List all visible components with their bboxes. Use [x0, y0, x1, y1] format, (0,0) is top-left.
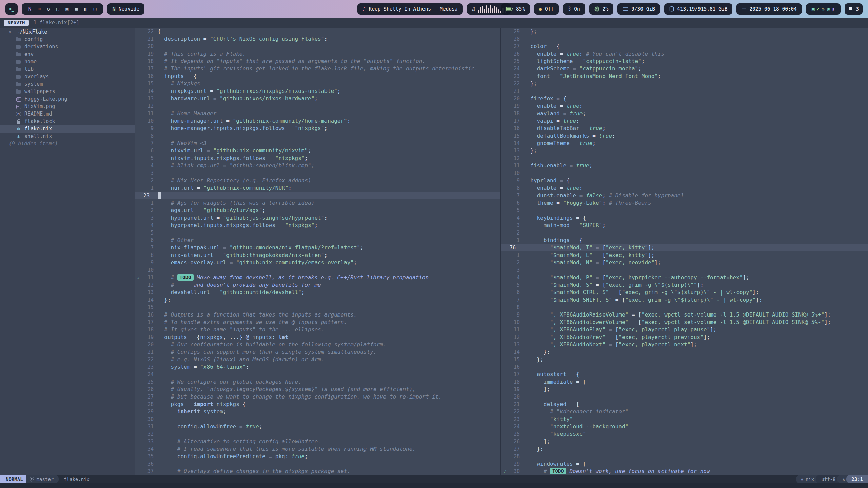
- tree-item-system[interactable]: system: [0, 80, 135, 88]
- buffer-tab-flake-nix[interactable]: 1 flake.nix[2+]: [34, 20, 79, 26]
- code-line[interactable]: 13 hardware.url = "github:nixos/nixos-ha…: [135, 95, 500, 102]
- code-line[interactable]: 4 hyprpanel.inputs.nixpkgs.follows = "ni…: [135, 222, 500, 229]
- code-line[interactable]: 5: [135, 229, 500, 237]
- code-line[interactable]: 28: [501, 35, 868, 43]
- code-line[interactable]: 22 };: [501, 80, 868, 87]
- workspace-icon-6[interactable]: ▦: [73, 6, 79, 12]
- code-line[interactable]: 18 # It gives the name "inputs" to the .…: [135, 326, 500, 333]
- tree-item-flake.nix[interactable]: ✻flake.nix: [0, 125, 135, 133]
- tray-display-icon[interactable]: ▣: [811, 6, 815, 12]
- code-line[interactable]: 21: [501, 87, 868, 95]
- code-line[interactable]: 20: [501, 393, 868, 401]
- code-line[interactable]: 15 };: [501, 356, 868, 363]
- code-line[interactable]: 19 outputs = {nixpkgs, ...} @ inputs: le…: [135, 333, 500, 341]
- code-line[interactable]: 8 enable = true;: [501, 184, 868, 192]
- media-pill[interactable]: ♪ Keep Shelly In Athens - Medusa: [357, 3, 463, 15]
- code-line[interactable]: 2 "$mainMod, N" = ["exec, neovide"];: [501, 259, 868, 266]
- code-line[interactable]: 13 };: [501, 147, 868, 155]
- code-line[interactable]: 21 delayed = [: [501, 401, 868, 408]
- cpu-pill[interactable]: 2%: [589, 3, 613, 15]
- code-line[interactable]: 22 # e.g. NixOS (linux) and MacOS (darwi…: [135, 356, 500, 363]
- code-line[interactable]: 28: [501, 453, 868, 460]
- code-line[interactable]: 10: [501, 169, 868, 177]
- bluetooth-pill[interactable]: ᛒ On: [563, 3, 585, 15]
- active-app-pill[interactable]: N Neovide: [107, 3, 144, 15]
- code-line[interactable]: 8: [501, 304, 868, 311]
- tray-theme-icon[interactable]: ◗: [831, 6, 835, 12]
- tray-network-icon[interactable]: ◉: [826, 6, 830, 12]
- code-line[interactable]: 16 disableTabBar = true;: [501, 125, 868, 132]
- code-line[interactable]: 4 keybindings = {: [501, 214, 868, 222]
- code-line[interactable]: 3 hyprpanel.url = "github:jas-singhfsu/h…: [135, 214, 500, 222]
- code-line[interactable]: 6 "$mainMod CTRL, S" = ["exec, grim -g \…: [501, 289, 868, 296]
- code-line[interactable]: 10 ", XF86AudioLowerVolume" = ["exec, wp…: [501, 319, 868, 326]
- code-line[interactable]: 5: [501, 207, 868, 214]
- notification-pill[interactable]: 3: [845, 3, 863, 15]
- code-line[interactable]: 9 hyprland = {: [501, 177, 868, 184]
- code-line[interactable]: 6 nixvim.url = "github:nix-community/nix…: [135, 147, 500, 155]
- code-line[interactable]: 19 ];: [501, 386, 868, 393]
- code-line[interactable]: 23 system = "x86_64-linux";: [135, 363, 500, 371]
- code-line[interactable]: 19 # This config is a Flake.: [135, 50, 500, 58]
- code-line[interactable]: 1 bindings = {: [501, 237, 868, 244]
- code-line[interactable]: 2 ags.url = "github:Aylur/ags";: [135, 207, 500, 214]
- code-line[interactable]: 27 color = {: [501, 43, 868, 50]
- code-line[interactable]: 7 nix-flatpak.url = "github:gmodena/nix-…: [135, 244, 500, 251]
- tree-item-overlays[interactable]: overlays: [0, 73, 135, 80]
- code-line[interactable]: 20 # Our configuration is buildable on t…: [135, 341, 500, 348]
- code-line[interactable]: 17 # To handle extra arguments we use th…: [135, 319, 500, 326]
- tree-item-wallpapers[interactable]: wallpapers: [0, 88, 135, 95]
- code-line[interactable]: ✓30 # TODO Doesn't work, use focus_on_ac…: [501, 468, 868, 475]
- code-line[interactable]: 21 # Configs can support more than a sin…: [135, 348, 500, 356]
- code-line[interactable]: 2: [501, 229, 868, 237]
- clock-pill[interactable]: 2025-06-18 00:04: [736, 3, 802, 15]
- code-line[interactable]: 34 # I read somewhere that this is more …: [135, 445, 500, 453]
- launcher-button[interactable]: >_: [5, 3, 18, 15]
- code-line[interactable]: 1 "$mainMod, E" = ["exec, kitty"];: [501, 251, 868, 259]
- code-line[interactable]: 22 # "kdeconnect-indicator": [501, 408, 868, 415]
- code-line[interactable]: 32: [135, 430, 500, 438]
- code-line[interactable]: 25 lightScheme = "catppuccin-latte";: [501, 58, 868, 65]
- workspace-icon-3[interactable]: ↻: [45, 6, 52, 12]
- code-line[interactable]: 29 windowrules = [: [501, 460, 868, 468]
- code-line[interactable]: 19 enable = true;: [501, 102, 868, 110]
- code-line[interactable]: 14 gnomeTheme = true;: [501, 140, 868, 147]
- code-line[interactable]: 24 darkScheme = "catppuccin-mocha";: [501, 65, 868, 73]
- code-line[interactable]: 26 # Usually, "nixpkgs.legacyPackages.${…: [135, 386, 500, 393]
- tray-sync-icon[interactable]: ⇅: [821, 6, 825, 12]
- disk-pill[interactable]: 413.19/915.81 GiB: [664, 3, 732, 15]
- code-line[interactable]: 4 "$mainMod, P" = ["exec, hyprpicker --a…: [501, 274, 868, 281]
- code-line[interactable]: 20: [135, 43, 500, 50]
- code-line[interactable]: 12 ", XF86AudioPrev" = ["exec, playerctl…: [501, 333, 868, 341]
- code-line[interactable]: 1 nur.url = "github:nix-community/NUR";: [135, 184, 500, 192]
- code-line[interactable]: 20 firefox = {: [501, 95, 868, 102]
- code-line[interactable]: 27 # but because we want to change the n…: [135, 393, 500, 401]
- code-line[interactable]: 3 main-mod = "SUPER";: [501, 222, 868, 229]
- code-line[interactable]: 15: [135, 304, 500, 311]
- battery-pill[interactable]: 85%: [501, 3, 530, 15]
- code-line[interactable]: 31 config.allowUnfree = true;: [135, 423, 500, 430]
- code-line[interactable]: 16: [501, 363, 868, 371]
- code-line[interactable]: 1 # Ags for widgets (this was a terrible…: [135, 199, 500, 207]
- code-line[interactable]: 25 "keepassxc": [501, 430, 868, 438]
- code-line[interactable]: 16 inputs = {: [135, 73, 500, 80]
- code-line[interactable]: 6 # Other: [135, 237, 500, 244]
- code-line[interactable]: 28 pkgs = import nixpkgs {: [135, 401, 500, 408]
- memory-pill[interactable]: 9/30 GiB: [617, 3, 660, 15]
- code-line[interactable]: 2 # Nix User Repository (e.g. Firefox ad…: [135, 177, 500, 184]
- code-line[interactable]: 23 font = "JetBrainsMono Nerd Font Mono"…: [501, 73, 868, 80]
- code-line[interactable]: 13 devshell.url = "github:numtide/devshe…: [135, 289, 500, 296]
- code-line[interactable]: 7 # NeoVim <3: [135, 140, 500, 147]
- code-line[interactable]: 11 # Home Manager: [135, 110, 500, 117]
- code-line[interactable]: 7 dunst.enable = false; # Disable for hy…: [501, 192, 868, 199]
- code-line[interactable]: 17 vaapi = true;: [501, 117, 868, 125]
- tree-item-shell.nix[interactable]: ✻shell.nix: [0, 133, 135, 140]
- code-line[interactable]: 3: [501, 266, 868, 274]
- workspace-icon-5[interactable]: ▤: [64, 6, 70, 12]
- code-line[interactable]: 17 # The inputs' git revisions get locke…: [135, 65, 500, 73]
- tree-item-config[interactable]: config: [0, 36, 135, 43]
- tree-item-derivations[interactable]: derivations: [0, 43, 135, 50]
- code-line[interactable]: 25 # We configure our global packages he…: [135, 378, 500, 386]
- code-line[interactable]: 9 ", XF86AudioRaiseVolume" = ["exec, wpc…: [501, 311, 868, 319]
- tree-root[interactable]: ▾ ~/NixFlake: [0, 28, 135, 36]
